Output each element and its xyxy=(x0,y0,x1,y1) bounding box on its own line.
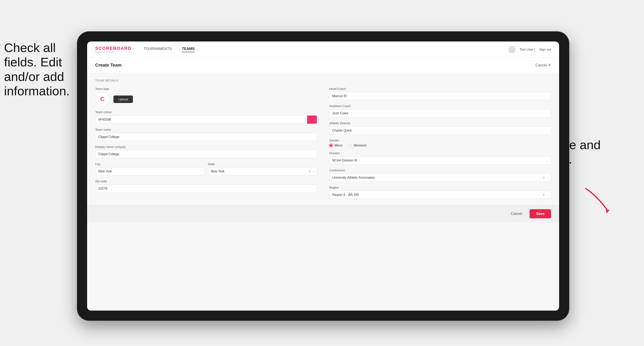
team-logo-label: Team logo xyxy=(95,87,317,90)
form-header: Create Team Cancel ✕ xyxy=(87,58,559,73)
zip-input[interactable] xyxy=(95,184,317,193)
region-select-wrapper: ✕ ⌄ xyxy=(329,191,551,199)
tablet-screen: SCOREBOARD Powered by clippd TOURNAMENTS… xyxy=(87,41,559,311)
city-state-group: City State ✕ ⌄ xyxy=(95,162,317,175)
region-input[interactable] xyxy=(329,191,551,199)
team-logo-group: Team logo C Upload xyxy=(95,87,317,106)
gender-womens-option[interactable]: Womens xyxy=(348,144,366,147)
arrow-right-icon xyxy=(581,184,622,214)
color-field-wrapper xyxy=(95,115,317,124)
division-input[interactable] xyxy=(329,157,551,165)
gender-mens-label: Mens xyxy=(334,144,342,147)
sign-out-link[interactable]: Sign out xyxy=(539,48,551,51)
form-grid: Team logo C Upload Team colour xyxy=(95,87,551,199)
form-body: TEAM DETAILS Team logo C Upload xyxy=(87,73,559,205)
team-name-label: Team name xyxy=(95,128,317,131)
navbar: SCOREBOARD Powered by clippd TOURNAMENTS… xyxy=(87,41,559,58)
nav-right: Test User | Sign out xyxy=(508,46,551,53)
nav-teams[interactable]: TEAMS xyxy=(182,47,195,52)
city-label: City xyxy=(95,162,204,166)
conference-input[interactable] xyxy=(329,173,551,182)
conference-clear-icon[interactable]: ✕ xyxy=(542,176,545,180)
team-colour-label: Team colour xyxy=(95,110,317,114)
head-coach-label: Head Coach xyxy=(329,87,551,90)
city-state-row: City State ✕ ⌄ xyxy=(95,162,317,175)
logo-circle: C xyxy=(95,92,110,106)
logo-letter: C xyxy=(100,96,104,102)
zip-group: Zip code xyxy=(95,179,317,193)
city-input[interactable] xyxy=(95,167,204,175)
gender-mens-radio[interactable] xyxy=(329,144,333,147)
nav-links: TOURNAMENTS TEAMS xyxy=(144,47,508,52)
header-cancel-label: Cancel xyxy=(536,63,547,67)
form-right: Head Coach Assistant Coach Athletic Dire… xyxy=(329,87,551,199)
upload-button[interactable]: Upload xyxy=(114,96,133,103)
gender-mens-option[interactable]: Mens xyxy=(329,144,342,147)
assistant-coach-input[interactable] xyxy=(329,109,551,117)
division-label: Division xyxy=(329,151,551,155)
avatar xyxy=(508,46,516,53)
gender-womens-label: Womens xyxy=(354,144,366,147)
team-colour-group: Team colour xyxy=(95,110,317,124)
logo-upload-area: C Upload xyxy=(95,92,317,106)
left-instruction-text: Check all fields. Edit and/or add inform… xyxy=(4,40,89,98)
state-clear-icon[interactable]: ✕ xyxy=(308,170,311,173)
form-left: Team logo C Upload Team colour xyxy=(95,87,317,199)
gender-row: Mens Womens xyxy=(329,144,551,147)
logo-area: SCOREBOARD Powered by clippd xyxy=(95,46,132,53)
save-button[interactable]: Save xyxy=(530,209,551,218)
zip-label: Zip code xyxy=(95,179,317,183)
gender-group: Gender Mens Womens xyxy=(329,139,551,147)
athletic-director-label: Athletic Director xyxy=(329,121,551,125)
division-group: Division ⌄ xyxy=(329,151,551,165)
close-icon: ✕ xyxy=(548,63,551,67)
division-chevron-icon[interactable]: ⌄ xyxy=(546,159,549,162)
tablet-frame: SCOREBOARD Powered by clippd TOURNAMENTS… xyxy=(77,31,569,321)
conference-label: Conference xyxy=(329,169,551,172)
logo-sub: Powered by clippd xyxy=(95,51,132,53)
athletic-director-group: Athletic Director xyxy=(329,121,551,135)
footer-cancel-button[interactable]: Cancel xyxy=(507,209,526,218)
state-select-wrapper: ✕ ⌄ xyxy=(208,167,317,175)
svg-marker-1 xyxy=(606,209,610,213)
form-footer: Cancel Save xyxy=(87,205,559,222)
region-chevron-icon[interactable]: ⌄ xyxy=(546,193,549,196)
head-coach-group: Head Coach xyxy=(329,87,551,100)
color-swatch[interactable] xyxy=(307,115,317,124)
page-content: Create Team Cancel ✕ TEAM DETAILS Team l… xyxy=(87,58,559,311)
form-title: Create Team xyxy=(95,62,122,68)
head-coach-input[interactable] xyxy=(329,92,551,100)
region-group: Region ✕ ⌄ xyxy=(329,186,551,199)
user-name: Test User | xyxy=(520,48,535,51)
assistant-coach-label: Assistant Coach xyxy=(329,104,551,108)
section-label: TEAM DETAILS xyxy=(95,79,551,82)
city-group: City xyxy=(95,162,204,175)
radio-inner xyxy=(330,145,332,147)
nav-tournaments[interactable]: TOURNAMENTS xyxy=(144,47,172,52)
display-name-label: Display name (unique) xyxy=(95,145,317,149)
assistant-coach-group: Assistant Coach xyxy=(329,104,551,117)
gender-label: Gender xyxy=(329,139,551,142)
athletic-director-input[interactable] xyxy=(329,127,551,135)
header-cancel-button[interactable]: Cancel ✕ xyxy=(536,63,551,67)
conference-group: Conference ✕ ⌄ xyxy=(329,169,551,182)
display-name-input[interactable] xyxy=(95,150,317,158)
division-select-wrapper: ⌄ xyxy=(329,157,551,165)
team-name-group: Team name xyxy=(95,128,317,141)
left-instruction-content: Check all fields. Edit and/or add inform… xyxy=(4,41,70,98)
team-name-input[interactable] xyxy=(95,133,317,141)
conference-chevron-icon[interactable]: ⌄ xyxy=(546,176,549,179)
region-clear-icon[interactable]: ✕ xyxy=(542,193,545,197)
state-chevron-icon[interactable]: ⌄ xyxy=(312,170,315,173)
state-input[interactable] xyxy=(208,167,317,175)
display-name-group: Display name (unique) xyxy=(95,145,317,158)
team-colour-input[interactable] xyxy=(95,116,307,124)
conference-select-wrapper: ✕ ⌄ xyxy=(329,173,551,182)
logo-text: SCOREBOARD xyxy=(95,46,132,51)
region-label: Region xyxy=(329,186,551,189)
state-label: State xyxy=(208,162,317,166)
gender-womens-radio[interactable] xyxy=(348,144,352,147)
state-group: State ✕ ⌄ xyxy=(208,162,317,175)
